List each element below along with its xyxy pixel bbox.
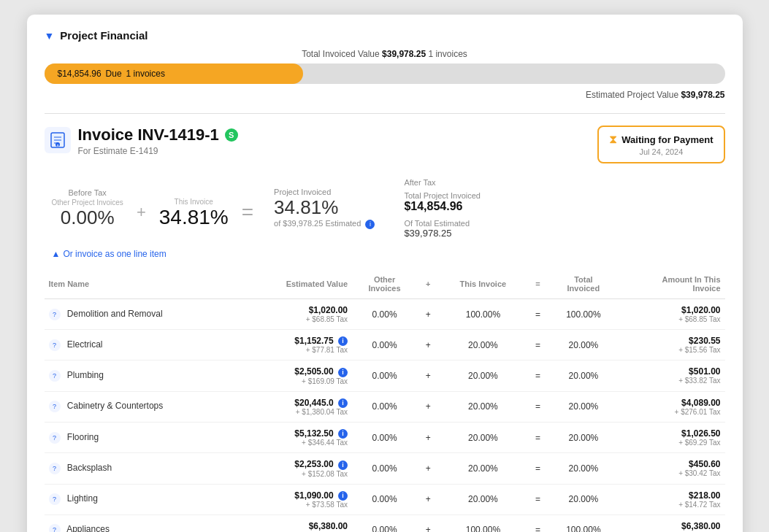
invoice-icon: $ — [45, 127, 71, 153]
item-name-cell: ? Flooring — [45, 422, 240, 452]
row-info-icon[interactable]: ? — [49, 401, 61, 412]
total-invoiced-label: Total Invoiced Value — [302, 49, 380, 59]
est-info-dot[interactable]: i — [338, 491, 348, 501]
of-total-estimated-value: $39,978.25 — [404, 228, 481, 239]
table-body: ? Demolition and Removal $1,020.00 + $68… — [45, 299, 725, 533]
project-invoiced-sub: of $39,978.25 Estimated i — [274, 219, 375, 229]
plus-cell: + — [417, 299, 439, 330]
total-project-invoiced-value: $14,854.96 — [404, 200, 481, 213]
amount-cell: $6,380.00 + $430.65 Tax — [618, 514, 724, 532]
equals-cell: = — [527, 514, 548, 532]
item-name-cell: ? Lighting — [45, 484, 240, 514]
row-info-icon[interactable]: ? — [49, 493, 61, 505]
other-invoices-pct: 0.00% — [352, 391, 417, 422]
project-invoiced-pct: 34.81% — [274, 196, 375, 219]
est-info-dot[interactable]: i — [338, 336, 348, 346]
col-total-invoiced: TotalInvoiced — [549, 272, 618, 299]
estimated-value-cell: $6,380.00 + $430.65 Tax — [240, 514, 352, 532]
chevron-down-icon[interactable]: ▼ — [45, 30, 55, 42]
item-name: Cabinetry & Countertops — [67, 401, 163, 411]
total-invoiced-row: Total Invoiced Value $39,978.25 1 invoic… — [45, 49, 725, 59]
item-name-cell: ? Cabinetry & Countertops — [45, 391, 240, 422]
project-financial-section: ▼ Project Financial Total Invoiced Value… — [45, 29, 725, 100]
plus-cell: + — [417, 361, 439, 391]
or-invoice-row[interactable]: ▲ Or invoice as one line item — [52, 249, 725, 259]
this-invoice-label: This Invoice — [159, 198, 229, 206]
equals-cell: = — [527, 361, 548, 391]
item-name: Plumbing — [67, 370, 104, 380]
col-this-invoice: This Invoice — [439, 272, 527, 299]
equals-cell: = — [527, 484, 548, 514]
estimated-label: Estimated Project Value — [586, 90, 678, 100]
project-invoiced-block: Project Invoiced 34.81% of $39,978.25 Es… — [267, 188, 375, 229]
info-icon[interactable]: i — [365, 220, 375, 229]
other-invoices-block: Before Tax Other Project Invoices 0.00% — [52, 188, 123, 229]
col-other-invoices: OtherInvoices — [352, 272, 417, 299]
this-invoice-pct: 20.00% — [439, 453, 527, 484]
this-invoice-pct: 20.00% — [439, 484, 527, 514]
equals-cell: = — [527, 391, 548, 422]
this-invoice-pct: 20.00% — [439, 422, 527, 452]
or-invoice-label: Or invoice as one line item — [63, 249, 166, 259]
bar-invoices: 1 invoices — [126, 69, 165, 79]
est-info-dot[interactable]: i — [338, 460, 348, 470]
row-info-icon[interactable]: ? — [49, 370, 61, 382]
item-name-cell: ? Appliances — [45, 514, 240, 532]
project-financial-header: ▼ Project Financial — [45, 29, 725, 42]
item-name: Demolition and Removal — [67, 309, 163, 319]
item-name: Flooring — [67, 432, 99, 442]
invoice-status-badge: S — [225, 128, 238, 142]
estimated-value-cell: $2,505.00 i + $169.09 Tax — [240, 361, 352, 391]
waiting-badge[interactable]: ⧗ Waiting for Payment Jul 24, 2024 — [597, 126, 724, 163]
total-invoiced-value: $39,978.25 — [382, 49, 426, 59]
this-pct-value: 34.81% — [159, 206, 229, 229]
estimated-value-cell: $1,152.75 i + $77.81 Tax — [240, 330, 352, 361]
after-tax-block: After Tax Total Project Invoiced $14,854… — [375, 178, 481, 239]
item-name-cell: ? Demolition and Removal — [45, 299, 240, 330]
col-estimated-value: Estimated Value — [240, 272, 352, 299]
total-project-invoiced-label: Total Project Invoiced — [404, 191, 481, 200]
est-info-dot[interactable]: i — [338, 398, 348, 408]
invoice-header-row: $ Invoice INV-1419-1 S For Estimate E-14… — [45, 126, 725, 163]
estimated-value-cell: $20,445.0 i + $1,380.04 Tax — [240, 391, 352, 422]
item-name: Appliances — [66, 525, 110, 532]
row-info-icon[interactable]: ? — [49, 309, 61, 320]
waiting-label: Waiting for Payment — [621, 134, 713, 145]
amount-cell: $4,089.00 + $276.01 Tax — [618, 391, 724, 422]
this-invoice-pct: 20.00% — [439, 361, 527, 391]
plus-cell: + — [417, 391, 439, 422]
total-invoiced-pct: 20.00% — [549, 484, 618, 514]
equals-cell: = — [527, 299, 548, 330]
row-info-icon[interactable]: ? — [49, 432, 61, 444]
table-row: ? Appliances $6,380.00 + $430.65 Tax 0.0… — [45, 514, 725, 532]
after-tax-label: After Tax — [404, 178, 481, 187]
project-invoiced-label: Project Invoiced — [274, 188, 375, 196]
plus-cell: + — [417, 330, 439, 361]
amount-cell: $1,020.00 + $68.85 Tax — [618, 299, 724, 330]
item-name: Backsplash — [67, 463, 112, 473]
plus-operator: + — [123, 203, 159, 222]
row-info-icon[interactable]: ? — [49, 524, 61, 532]
invoiced-bar: $14,854.96 Due 1 invoices — [45, 63, 725, 84]
this-invoice-pct: 100.00% — [439, 299, 527, 330]
amount-cell: $1,026.50 + $69.29 Tax — [618, 422, 724, 452]
est-info-dot[interactable]: i — [338, 429, 348, 439]
item-name-cell: ? Backsplash — [45, 453, 240, 484]
estimated-value-cell: $2,253.00 i + $152.08 Tax — [240, 453, 352, 484]
this-invoice-pct: 20.00% — [439, 391, 527, 422]
col-equals: = — [527, 272, 548, 299]
estimated-value-cell: $1,020.00 + $68.85 Tax — [240, 299, 352, 330]
est-info-dot[interactable]: i — [338, 368, 348, 377]
waiting-date: Jul 24, 2024 — [609, 147, 713, 156]
total-invoiced-pct: 20.00% — [549, 422, 618, 452]
total-invoiced-count: 1 invoices — [428, 49, 467, 59]
divider — [45, 113, 725, 114]
section-title: Project Financial — [60, 29, 148, 42]
plus-cell: + — [417, 514, 439, 532]
equals-cell: = — [527, 453, 548, 484]
item-name-cell: ? Electrical — [45, 330, 240, 361]
row-info-icon[interactable]: ? — [49, 463, 61, 474]
bar-label: Due — [106, 69, 122, 79]
row-info-icon[interactable]: ? — [49, 339, 61, 351]
this-invoice-block: This Invoice 34.81% — [159, 188, 229, 229]
